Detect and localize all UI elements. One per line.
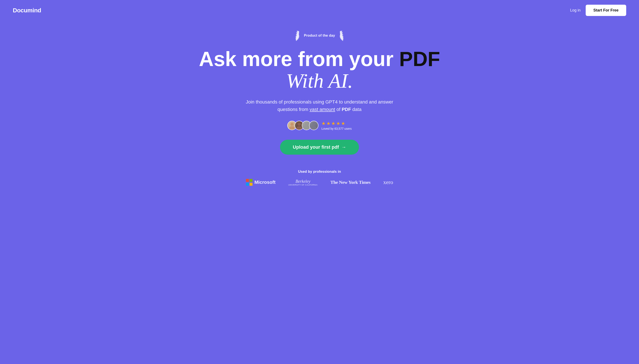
- rating-info: ★ ★ ★ ★ ★ Loved by 63,577 users: [321, 121, 352, 130]
- brand-logos-row: Microsoft BerkeleyUNIVERSITY OF CALIFORN…: [246, 179, 393, 186]
- hero-section: Product of the day Ask more from your PD…: [0, 21, 639, 199]
- svg-point-6: [312, 123, 315, 126]
- svg-point-5: [304, 126, 309, 130]
- svg-point-4: [305, 123, 308, 126]
- headline-text-1: Ask more from your: [199, 48, 399, 70]
- svg-point-0: [291, 123, 294, 126]
- used-by-section: Used by professionals in Microsoft Berke…: [224, 170, 415, 186]
- subtext-suffix: of: [335, 107, 342, 112]
- main-headline: Ask more from your PDF With AI.: [191, 48, 448, 92]
- subtext-link: vast amount: [310, 107, 335, 112]
- star-3: ★: [331, 121, 335, 126]
- nyt-label: The New York Times: [330, 180, 370, 185]
- star-4: ★: [336, 121, 340, 126]
- star-1: ★: [321, 121, 326, 126]
- laurel-left-icon: [291, 29, 301, 42]
- svg-point-1: [289, 126, 295, 130]
- badge-label: Product of the day: [304, 34, 335, 38]
- nav-actions: Log in Start For Free: [570, 5, 626, 16]
- nyt-logo: The New York Times: [330, 180, 370, 185]
- xero-label: xero: [383, 179, 393, 186]
- laurel-right-icon: [338, 29, 348, 42]
- microsoft-logo: Microsoft: [246, 179, 276, 186]
- used-by-title: Used by professionals in: [298, 170, 341, 174]
- xero-logo: xero: [383, 179, 393, 186]
- star-2: ★: [326, 121, 331, 126]
- microsoft-grid-icon: [246, 179, 253, 186]
- headline-ai: With AI.: [286, 70, 353, 92]
- avatar-group: [287, 121, 318, 130]
- berkeley-label: BerkeleyUNIVERSITY OF CALIFORNIA: [288, 179, 318, 186]
- star-5: ★: [341, 121, 345, 126]
- microsoft-label: Microsoft: [255, 180, 276, 185]
- berkeley-logo: BerkeleyUNIVERSITY OF CALIFORNIA: [288, 179, 318, 186]
- svg-point-3: [296, 126, 302, 130]
- avatar: [309, 121, 318, 130]
- social-proof: ★ ★ ★ ★ ★ Loved by 63,577 users: [287, 121, 352, 130]
- rating-text: Loved by 63,577 users: [321, 127, 352, 130]
- brand-logo: Documind: [13, 7, 41, 14]
- cta-arrow-icon: →: [341, 144, 346, 150]
- hero-subtext: Join thousands of professionals using GP…: [245, 98, 394, 113]
- start-for-free-button[interactable]: Start For Free: [586, 5, 626, 16]
- upload-cta-button[interactable]: Upload your first pdf →: [280, 140, 359, 155]
- star-rating: ★ ★ ★ ★ ★: [321, 121, 345, 126]
- subtext-end: data: [351, 107, 361, 112]
- svg-point-7: [311, 126, 316, 130]
- navbar: Documind Log in Start For Free: [0, 0, 639, 21]
- cta-label: Upload your first pdf: [293, 144, 339, 150]
- svg-point-2: [298, 123, 301, 126]
- subtext-bold: PDF: [342, 107, 351, 112]
- headline-pdf: PDF: [399, 48, 440, 70]
- login-button[interactable]: Log in: [570, 8, 581, 12]
- product-of-day-badge: Product of the day: [291, 29, 348, 42]
